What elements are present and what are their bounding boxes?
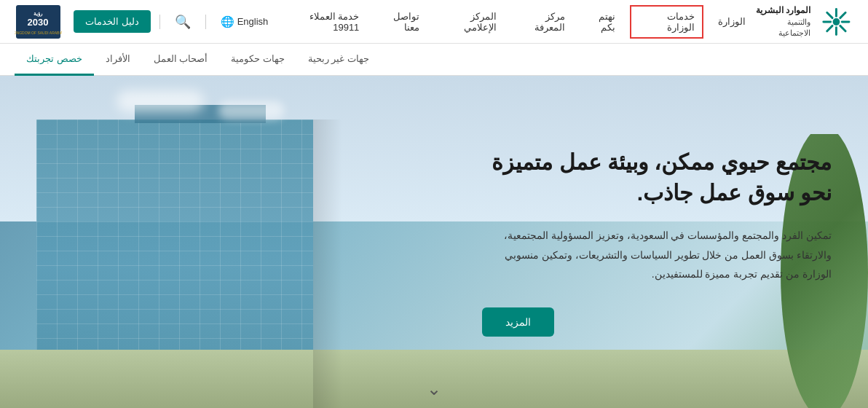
svg-line-5	[827, 12, 832, 17]
svg-text:KINGDOM OF SAUDI ARABIA: KINGDOM OF SAUDI ARABIA	[15, 31, 62, 35]
tab-link-nonprofit[interactable]: جهات غير ربحية	[296, 44, 381, 76]
tab-individuals[interactable]: الأفراد	[94, 44, 142, 76]
language-label: English	[237, 16, 269, 27]
logo-area: الموارد البشرية والتنمية الاجتماعية	[754, 4, 853, 39]
sub-nav-tabs: جهات غير ربحية جهات حكومية أصحاب العمل ا…	[15, 44, 381, 76]
cloud-1	[117, 90, 204, 112]
main-nav-links: الوزارة خدمات الوزارة نهتم بكم مركز المع…	[274, 0, 754, 44]
ministry-logo-icon	[819, 4, 853, 39]
nav-item-ministry[interactable]: الوزارة	[709, 0, 754, 44]
cloud-2	[218, 101, 284, 119]
language-switcher[interactable]: English 🌐	[215, 12, 275, 31]
nav-item-about-you[interactable]: نهتم بكم	[574, 0, 624, 44]
sub-navigation: جهات غير ربحية جهات حكومية أصحاب العمل ا…	[0, 44, 868, 76]
tab-link-personalize[interactable]: خصص تجربتك	[15, 44, 94, 76]
tab-link-employers[interactable]: أصحاب العمل	[142, 44, 220, 76]
svg-line-6	[840, 12, 845, 17]
svg-line-7	[827, 26, 832, 31]
tab-employers[interactable]: أصحاب العمل	[142, 44, 220, 76]
svg-text:رؤية: رؤية	[33, 11, 43, 17]
more-button[interactable]: المزيد	[482, 307, 554, 337]
hero-description: تمكين الفرد والمجتمع والمؤسسات في السعود…	[482, 226, 832, 284]
hero-section: مجتمع حيوي ممكن، وبيئة عمل متميزة نحو سو…	[0, 76, 868, 408]
nav-divider-2	[159, 15, 160, 29]
globe-icon: 🌐	[221, 15, 234, 28]
services-guide-button[interactable]: دليل الخدمات	[74, 10, 151, 33]
nav-item-contact[interactable]: تواصل معنا	[368, 0, 428, 44]
building-shadow	[313, 119, 342, 408]
nav-link-media[interactable]: المركز الإعلامي	[428, 0, 505, 44]
nav-right-section: الموارد البشرية والتنمية الاجتماعية الوز…	[274, 0, 853, 44]
nav-link-ministry-services[interactable]: خدمات الوزارة	[630, 5, 703, 39]
hero-content: مجتمع حيوي ممكن، وبيئة عمل متميزة نحو سو…	[446, 76, 868, 408]
scroll-down-icon: ⌄	[427, 379, 441, 399]
nav-link-customer[interactable]: خدمة العملاء 19911	[274, 0, 368, 44]
hero-title: مجتمع حيوي ممكن، وبيئة عمل متميزة نحو سو…	[482, 147, 832, 208]
logo-text: الموارد البشرية والتنمية الاجتماعية	[754, 4, 810, 39]
tab-link-individuals[interactable]: الأفراد	[94, 44, 142, 76]
tab-government[interactable]: جهات حكومية	[219, 44, 296, 76]
search-button[interactable]: 🔍	[169, 11, 197, 33]
nav-item-knowledge[interactable]: مركز المعرفة	[505, 0, 574, 44]
nav-tools: English 🌐 🔍 دليل الخدمات رؤية 2030 KINGD…	[15, 4, 274, 40]
svg-text:2030: 2030	[28, 17, 49, 28]
vision-2030-logo: رؤية 2030 KINGDOM OF SAUDI ARABIA	[15, 4, 62, 40]
tab-link-government[interactable]: جهات حكومية	[219, 44, 296, 76]
nav-item-customer[interactable]: خدمة العملاء 19911	[274, 0, 368, 44]
nav-link-contact[interactable]: تواصل معنا	[368, 0, 428, 44]
nav-divider	[205, 15, 206, 29]
nav-link-ministry[interactable]: الوزارة	[709, 0, 754, 44]
nav-item-ministry-services[interactable]: خدمات الوزارة	[630, 5, 703, 39]
svg-line-8	[840, 26, 845, 31]
nav-link-knowledge[interactable]: مركز المعرفة	[505, 0, 574, 44]
search-icon: 🔍	[175, 15, 191, 29]
tab-personalize[interactable]: خصص تجربتك	[15, 44, 94, 76]
svg-point-0	[833, 18, 840, 26]
nav-item-media[interactable]: المركز الإعلامي	[428, 0, 505, 44]
nav-link-about-you[interactable]: نهتم بكم	[574, 0, 624, 44]
top-navigation: الموارد البشرية والتنمية الاجتماعية الوز…	[0, 0, 868, 44]
tab-nonprofit[interactable]: جهات غير ربحية	[296, 44, 381, 76]
scroll-indicator: ⌄	[427, 379, 441, 399]
